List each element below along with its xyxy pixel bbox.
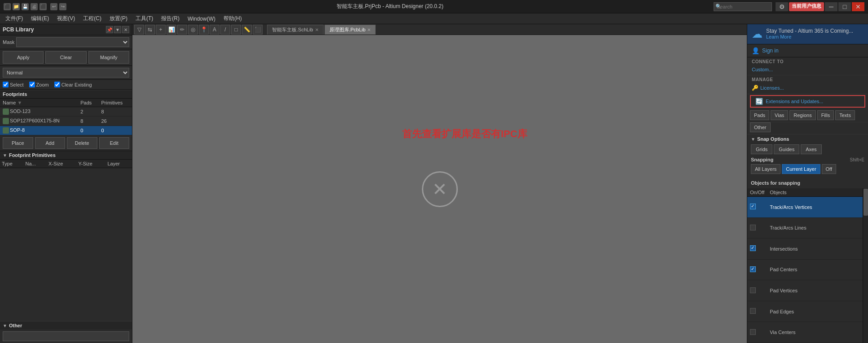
objects-label: Objects for snapping bbox=[751, 180, 864, 186]
panel-close-btn[interactable]: ✕ bbox=[122, 26, 129, 33]
scrollbar-thumb[interactable] bbox=[864, 189, 868, 216]
toolbar-filter-btn[interactable]: ▽ bbox=[134, 25, 144, 35]
table-row[interactable]: SOP-8 0 0 bbox=[0, 126, 132, 135]
snap-current-layer-btn[interactable]: Current Layer bbox=[782, 164, 820, 174]
clear-existing-checkbox-label[interactable]: Clear Existing bbox=[54, 82, 92, 87]
tab-schlib-close[interactable]: ✕ bbox=[315, 27, 319, 32]
table-row[interactable]: SOP127P600X175-8N 8 26 bbox=[0, 117, 132, 126]
select-checkbox-label[interactable]: Select bbox=[3, 82, 24, 87]
object-row[interactable]: Intersections bbox=[747, 239, 863, 260]
toolbar-route-btn[interactable]: ⇆ bbox=[145, 25, 155, 35]
footprint-pads-2: 8 bbox=[78, 117, 98, 126]
menu-file[interactable]: 文件(F) bbox=[2, 14, 26, 23]
panel-pin-btn[interactable]: 📌 bbox=[106, 26, 113, 33]
toolbar-circle-btn[interactable]: ◎ bbox=[188, 25, 198, 35]
title-bar-app-icons: ⬛ 📁 💾 🖨 ⬛ ↩ ↪ bbox=[4, 3, 66, 10]
object-row[interactable]: Pad Centers bbox=[747, 259, 863, 280]
obj-checkbox-3[interactable] bbox=[747, 239, 767, 260]
col-name: Name ▼ bbox=[0, 99, 78, 107]
menu-window[interactable]: Window(W) bbox=[184, 15, 219, 23]
toolbar-pin-btn[interactable]: 📍 bbox=[199, 25, 209, 35]
close-btn[interactable]: ✕ bbox=[852, 2, 864, 11]
object-row[interactable]: Pad Edges bbox=[747, 301, 863, 322]
object-row[interactable]: Track/Arcs Vertices bbox=[747, 197, 863, 218]
add-button[interactable]: Add bbox=[35, 137, 66, 149]
normal-dropdown[interactable]: Normal bbox=[3, 68, 129, 78]
toolbar-group: ▽ ⇆ + 📊 ✏ ◎ 📍 A / □ 📏 ⬛ bbox=[134, 25, 263, 35]
snap-guides-btn[interactable]: Guides bbox=[774, 144, 799, 154]
obj-checkbox-1[interactable] bbox=[747, 197, 767, 218]
menu-place[interactable]: 放置(P) bbox=[106, 14, 131, 23]
sign-in-link[interactable]: Sign in bbox=[762, 48, 779, 54]
select-checkbox[interactable] bbox=[3, 82, 9, 87]
filter-vias[interactable]: Vias bbox=[771, 110, 788, 120]
right-panel: ☁ Stay Tuned - Altium 365 is Coming... L… bbox=[747, 24, 868, 343]
snap-all-layers-btn[interactable]: All Layers bbox=[751, 164, 780, 174]
filter-other[interactable]: Other bbox=[750, 122, 771, 132]
learn-more-link[interactable]: Learn More bbox=[766, 34, 853, 39]
obj-checkbox-7[interactable] bbox=[747, 322, 767, 343]
menu-view[interactable]: 视图(V) bbox=[53, 14, 79, 23]
snap-off-btn[interactable]: Off bbox=[822, 164, 836, 174]
other-collapse-icon: ▼ bbox=[3, 323, 7, 328]
apply-button[interactable]: Apply bbox=[3, 51, 44, 64]
clear-existing-checkbox[interactable] bbox=[54, 82, 60, 87]
other-collapse-toggle[interactable]: ▼ Other bbox=[3, 323, 129, 328]
obj-label-6: Pad Edges bbox=[767, 301, 863, 322]
panel-menu-btn[interactable]: ▼ bbox=[114, 26, 121, 33]
filter-pads[interactable]: Pads bbox=[750, 110, 769, 120]
obj-checkbox-2[interactable] bbox=[747, 217, 767, 239]
prim-col-layer: Layer bbox=[105, 160, 132, 168]
menu-edit[interactable]: 编辑(E) bbox=[27, 14, 53, 23]
user-badge[interactable]: 当前用户信息 bbox=[789, 2, 824, 11]
place-button[interactable]: Place bbox=[3, 137, 33, 149]
settings-btn[interactable]: ⚙ bbox=[776, 2, 788, 11]
snap-axes-btn[interactable]: Axes bbox=[801, 144, 821, 154]
toolbar-draw-btn[interactable]: ✏ bbox=[177, 25, 187, 35]
maximize-btn[interactable]: □ bbox=[838, 2, 851, 11]
custom-link[interactable]: Custom... bbox=[752, 66, 864, 73]
tab-pcblib-close[interactable]: ✕ bbox=[367, 27, 371, 32]
table-row[interactable]: SOD-123 2 8 bbox=[0, 107, 132, 117]
obj-checkbox-6[interactable] bbox=[747, 301, 767, 322]
obj-checkbox-5[interactable] bbox=[747, 280, 767, 301]
snap-title: ▼ Snap Options bbox=[751, 136, 864, 142]
toolbar-measure-btn[interactable]: 📏 bbox=[242, 25, 252, 35]
zoom-checkbox[interactable] bbox=[29, 82, 35, 87]
other-label: Other bbox=[9, 323, 22, 328]
zoom-checkbox-label[interactable]: Zoom bbox=[29, 82, 49, 87]
toolbar-extra-btn[interactable]: ⬛ bbox=[253, 25, 263, 35]
licenses-link[interactable]: 🔑 Licenses... bbox=[752, 84, 864, 92]
edit-button[interactable]: Edit bbox=[99, 137, 130, 149]
menu-help[interactable]: 帮助(H) bbox=[220, 14, 245, 23]
toolbar-line-btn[interactable]: / bbox=[220, 25, 230, 35]
clear-button[interactable]: Clear bbox=[45, 51, 86, 64]
minimize-btn[interactable]: ─ bbox=[825, 2, 837, 11]
snap-grids-btn[interactable]: Grids bbox=[751, 144, 772, 154]
object-row[interactable]: Pad Vertices bbox=[747, 280, 863, 301]
search-input[interactable] bbox=[714, 2, 772, 11]
menu-reports[interactable]: 报告(R) bbox=[158, 14, 183, 23]
menu-project[interactable]: 工程(C) bbox=[79, 14, 105, 23]
object-row[interactable]: Via Centers bbox=[747, 322, 863, 343]
obj-checkbox-4[interactable] bbox=[747, 259, 767, 280]
extensions-updates-btn[interactable]: 🔄 Extensions and Updates... bbox=[750, 95, 865, 108]
filter-fills[interactable]: Fills bbox=[817, 110, 834, 120]
mask-select[interactable] bbox=[16, 37, 129, 47]
tab-pcblib[interactable]: 原理图库.PcbLib ✕ bbox=[324, 25, 376, 35]
toolbar-text-btn[interactable]: A bbox=[210, 25, 219, 35]
toolbar-rect-btn[interactable]: □ bbox=[231, 25, 241, 35]
undo-icon[interactable]: ↩ bbox=[50, 3, 57, 10]
other-input[interactable] bbox=[3, 331, 129, 341]
tab-schlib[interactable]: 智能车主板.SchLib ✕ bbox=[267, 25, 324, 35]
filter-regions[interactable]: Regions bbox=[789, 110, 815, 120]
magnify-button[interactable]: Magnify bbox=[88, 51, 129, 64]
object-row[interactable]: Track/Arcs Lines bbox=[747, 217, 863, 239]
filter-texts[interactable]: Texts bbox=[835, 110, 855, 120]
toolbar-chart-btn[interactable]: 📊 bbox=[167, 25, 176, 35]
scrollbar[interactable] bbox=[863, 188, 868, 343]
redo-icon[interactable]: ↪ bbox=[59, 3, 66, 10]
menu-tools[interactable]: 工具(T) bbox=[132, 14, 157, 23]
delete-button[interactable]: Delete bbox=[67, 137, 97, 149]
toolbar-add-btn[interactable]: + bbox=[156, 25, 166, 35]
